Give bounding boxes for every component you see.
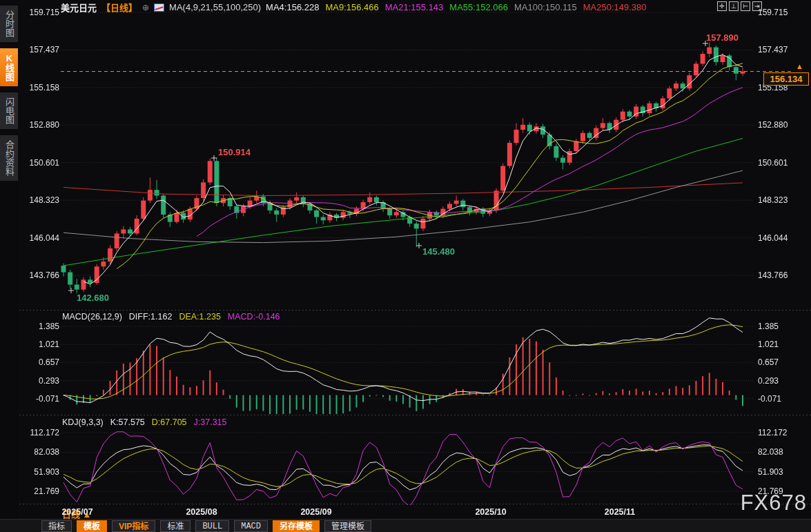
macd-readout-2: MACD:-0.146: [228, 312, 280, 322]
price-annotation-142.680: 142.680: [77, 293, 109, 303]
kdj-readout-2: J:37.315: [194, 417, 227, 427]
ma-settings-label[interactable]: MA(4,9,21,55,100,250): [169, 2, 261, 12]
axis-label-right: 150.601: [758, 158, 788, 168]
sidebar-tab-K线图[interactable]: K线图: [0, 48, 18, 86]
axis-label-left: 146.044: [23, 233, 59, 243]
axis-label-left: 143.766: [23, 270, 59, 280]
chart-application: 分时图K线图闪电图合约资料 美元日元 【日线】 ⊕ MA(4,9,21,55,1…: [0, 0, 811, 532]
symbol-title: 美元日元: [61, 1, 97, 14]
x-axis-label-2025/07: 2025/07: [61, 507, 92, 517]
sidebar-tab-分时图[interactable]: 分时图: [0, 6, 18, 42]
macd-title: MACD(26,12,9): [62, 312, 122, 322]
axis-label-left: 51.903: [23, 467, 59, 477]
chart-style-icon[interactable]: [154, 3, 164, 12]
toolbar-tab-模板[interactable]: 模板: [77, 520, 107, 532]
sidebar: 分时图K线图闪电图合约资料: [0, 0, 18, 519]
ma-value-4: MA100:150.115: [514, 2, 577, 12]
axis-label-right: 143.766: [758, 270, 788, 280]
price-annotation-157.890: 157.890: [706, 32, 739, 43]
bottom-toolbar: 指标模板VIP指标标准BULLMACD另存模板管理模板: [0, 519, 811, 532]
kdj-header: KDJ(9,3,3)K:57.575D:67.705J:37.315: [62, 417, 241, 427]
axis-label-right: 112.172: [758, 428, 788, 437]
x-axis-label-2025/09: 2025/09: [300, 507, 331, 517]
kdj-readout-1: D:67.705: [152, 417, 187, 427]
axis-label-left: 152.880: [23, 120, 59, 130]
axis-label-left: 82.038: [23, 447, 59, 457]
axis-label-right: 148.323: [758, 195, 788, 205]
axis-label-right: 21.769: [758, 486, 783, 496]
ma-value-2: MA21:155.143: [385, 2, 444, 12]
x-axis-label-2025/10: 2025/10: [475, 507, 506, 517]
axis-label-left: 21.769: [23, 486, 59, 496]
axis-label-left: 155.158: [23, 83, 59, 92]
x-axis-label-2025/11: 2025/11: [605, 507, 636, 517]
left-scale-icon[interactable]: ⊥: [729, 1, 739, 11]
x-axis-label-2025/08: 2025/08: [186, 507, 217, 517]
axis-label-right: 157.437: [758, 45, 788, 55]
axis-label-left: 0.657: [23, 357, 59, 367]
axis-label-left: 150.601: [23, 158, 59, 168]
axis-label-left: 157.437: [23, 45, 59, 55]
toolbar-tab-指标[interactable]: 指标: [41, 520, 72, 532]
toolbar-tab-另存模板[interactable]: 另存模板: [273, 520, 320, 532]
price-up-arrow-icon: ▲: [796, 62, 803, 70]
ma-value-0: MA4:156.228: [266, 2, 319, 12]
axis-label-right: 82.038: [758, 447, 783, 457]
price-annotation-145.480: 145.480: [422, 246, 455, 257]
axis-label-right: 51.903: [758, 467, 783, 477]
ma-values: MA4:156.228MA9:156.466MA21:155.143MA55:1…: [266, 2, 652, 12]
axis-label-right: 146.044: [758, 233, 788, 243]
ma-value-3: MA55:152.066: [449, 2, 508, 12]
axis-label-right: 159.715: [758, 8, 788, 17]
axis-label-left: -0.071: [23, 394, 59, 404]
toolbar-tab-管理模板[interactable]: 管理模板: [324, 520, 371, 532]
chart-header: 美元日元 【日线】 ⊕ MA(4,9,21,55,100,250) MA4:15…: [61, 1, 653, 13]
axis-label-right: 0.657: [758, 357, 779, 367]
chart-canvas[interactable]: [0, 0, 811, 532]
chart-toolbar-icons: ✛⊥⊢⇥: [717, 1, 762, 11]
toolbar-tab-VIP指标[interactable]: VIP指标: [112, 520, 155, 532]
sidebar-tab-合约资料[interactable]: 合约资料: [0, 135, 18, 181]
price-annotation-150.914: 150.914: [218, 147, 251, 157]
axis-label-right: -0.071: [758, 394, 781, 404]
axis-label-left: 148.323: [23, 195, 59, 205]
macd-header: MACD(26,12,9)DIFF:1.162DEA:1.235MACD:-0.…: [62, 312, 294, 322]
ma-value-1: MA9:156.466: [325, 2, 378, 12]
ma-value-5: MA250:149.380: [583, 2, 647, 12]
axis-label-right: 0.293: [758, 376, 779, 386]
axis-label-left: 1.021: [23, 339, 59, 349]
toolbar-tab-MACD[interactable]: MACD: [234, 520, 268, 532]
right-scale-icon[interactable]: ⊢: [741, 1, 750, 11]
toolbar-tab-BULL[interactable]: BULL: [195, 520, 229, 532]
sidebar-tab-闪电图[interactable]: 闪电图: [0, 92, 18, 129]
period-tag[interactable]: 【日线】: [101, 1, 137, 14]
axis-label-left: 0.293: [23, 376, 59, 386]
axis-label-left: 159.715: [23, 8, 59, 17]
kdj-readout-0: K:57.575: [110, 417, 145, 427]
macd-readout-0: DIFF:1.162: [129, 312, 173, 322]
current-price-tag: 156.134: [763, 72, 809, 86]
add-indicator-icon[interactable]: ⊕: [142, 3, 149, 12]
axis-label-right: 1.021: [758, 339, 779, 349]
axis-label-left: 112.172: [23, 428, 59, 437]
axis-label-left: 1.385: [23, 322, 59, 331]
kdj-title: KDJ(9,3,3): [62, 417, 104, 427]
axis-label-right: 1.385: [758, 322, 779, 331]
pan-tool-icon[interactable]: ✛: [717, 1, 727, 11]
toolbar-tab-标准[interactable]: 标准: [160, 520, 190, 532]
axis-label-right: 152.880: [758, 120, 788, 130]
macd-readout-1: DEA:1.235: [179, 312, 220, 322]
